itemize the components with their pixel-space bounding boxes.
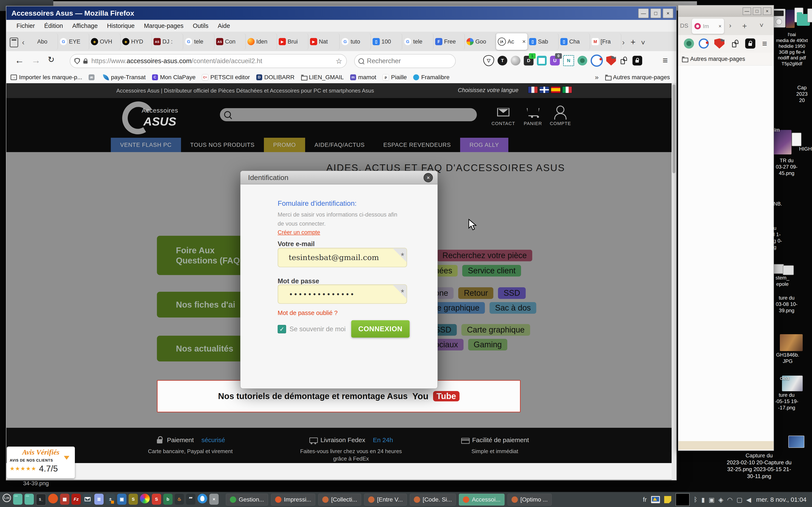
site-nav-item[interactable]: PROMO bbox=[264, 138, 305, 152]
launcher-icon[interactable] bbox=[140, 494, 150, 503]
bookmark-item[interactable]: æ bbox=[89, 74, 97, 81]
tracking-shield-icon[interactable] bbox=[74, 58, 80, 64]
browser-tab[interactable]: G EYE bbox=[58, 34, 89, 50]
lock-icon[interactable] bbox=[83, 61, 88, 64]
partial-tab-label[interactable]: DS bbox=[680, 22, 688, 29]
maximize-button[interactable]: □ bbox=[651, 8, 661, 18]
launcher-icon[interactable]: Fz bbox=[71, 494, 81, 505]
menu-item[interactable]: Outils bbox=[188, 22, 213, 30]
menu-item[interactable]: Historique bbox=[102, 22, 139, 30]
tray-icon[interactable]: ▮ bbox=[701, 496, 705, 503]
taskbar-window-button[interactable]: [Entre V... bbox=[364, 494, 407, 506]
close-button[interactable]: × bbox=[763, 7, 771, 15]
scroll-tabs-right-icon[interactable]: › bbox=[622, 38, 625, 47]
connexion-button[interactable]: CONNEXION bbox=[351, 320, 410, 338]
maximize-button[interactable]: □ bbox=[753, 7, 761, 15]
browser-tab[interactable]: ◆ HYD bbox=[120, 34, 152, 50]
tray-icon[interactable]: ᛒ bbox=[694, 496, 698, 503]
desktop-icon-photo[interactable] bbox=[780, 334, 803, 351]
list-tabs-icon[interactable]: ˅ bbox=[760, 21, 764, 30]
bookmark-item[interactable]: D DOLIBARR bbox=[256, 74, 295, 81]
green-section-button[interactable]: Nos actualités bbox=[157, 336, 248, 361]
launcher-icon[interactable] bbox=[13, 494, 22, 505]
minimize-button[interactable]: — bbox=[743, 7, 751, 15]
browser-tab[interactable]: AS DJ : bbox=[152, 34, 183, 50]
extension-icon[interactable]: T bbox=[498, 56, 507, 65]
lock-extension-icon[interactable] bbox=[745, 39, 755, 49]
app-menu-icon[interactable]: ≡ bbox=[760, 39, 770, 49]
notes-icon[interactable] bbox=[664, 496, 671, 503]
launcher-icon[interactable]: ♨ bbox=[175, 494, 184, 505]
browser-tab[interactable]: Im × bbox=[692, 18, 724, 34]
clock[interactable]: mer. 8 nov., 01:04 bbox=[756, 496, 807, 503]
tray-icon[interactable]: ◠ bbox=[727, 496, 732, 503]
tray-icon[interactable]: ◈ bbox=[718, 496, 723, 503]
extension-icon[interactable]: U 0 bbox=[550, 56, 560, 65]
launcher-icon[interactable]: ▣ bbox=[117, 494, 126, 505]
browser-tab[interactable]: Abo bbox=[27, 34, 58, 50]
desktop-file-label[interactable]: ture du 03-08 10- 39.png bbox=[771, 295, 803, 314]
site-search-input[interactable] bbox=[220, 108, 477, 121]
page-scrollbar[interactable] bbox=[672, 83, 676, 480]
menu-item[interactable]: Édition bbox=[40, 22, 68, 30]
green-circle-icon[interactable] bbox=[684, 39, 694, 49]
browser-tab[interactable]: M [Fra bbox=[590, 34, 621, 50]
bookmarks-overflow-icon[interactable]: » bbox=[595, 73, 599, 81]
bookmark-item[interactable]: LIEN_GMAIL bbox=[301, 74, 344, 81]
launcher-icon[interactable]: Lm bbox=[3, 494, 11, 502]
menu-item[interactable]: Fichier bbox=[12, 22, 40, 30]
desktop-file-label[interactable]: stem_ epole bbox=[771, 275, 794, 287]
tray-icon[interactable]: ▣ bbox=[709, 496, 714, 503]
desktop-icon-photo[interactable] bbox=[786, 10, 795, 28]
bookmark-item[interactable]: m mamot bbox=[350, 74, 376, 81]
launcher-icon[interactable]: ▦ bbox=[60, 494, 69, 505]
tag-button[interactable]: Retour bbox=[458, 287, 493, 299]
browser-tab[interactable]: ▶ Nat bbox=[308, 34, 340, 50]
other-bookmarks[interactable]: Autres marque-pages bbox=[690, 56, 745, 62]
launcher-icon[interactable]: ‴ bbox=[186, 494, 195, 505]
extension-icon[interactable] bbox=[577, 56, 587, 65]
taskbar-window-button[interactable]: Impressi... bbox=[271, 494, 315, 506]
forward-button[interactable]: → bbox=[31, 55, 41, 65]
launcher-icon[interactable]: b bbox=[163, 494, 172, 505]
browser-tab[interactable]: AS Con bbox=[214, 34, 246, 50]
flag-icon[interactable] bbox=[551, 87, 560, 93]
desktop-file-label[interactable]: Capture du 2023-02-10 20-Capture du 32-2… bbox=[706, 452, 812, 480]
browser-tab[interactable]: G tuto bbox=[340, 34, 371, 50]
other-bookmarks[interactable]: Autres marque-pages bbox=[605, 74, 670, 81]
launcher-icon[interactable] bbox=[198, 494, 207, 503]
desktop-icon-thumb[interactable] bbox=[783, 265, 794, 275]
url-text[interactable]: https://www.accessoires-asus.com/content… bbox=[91, 57, 334, 65]
forgot-password-link[interactable]: Mot de passe oublié ? bbox=[277, 309, 338, 317]
tag-button[interactable]: SSD bbox=[498, 287, 525, 299]
browser-tab[interactable]: ▶ Brui bbox=[277, 34, 308, 50]
bookmark-item[interactable]: C Mon ClaPaye bbox=[152, 74, 196, 81]
tag-button[interactable]: Gaming bbox=[468, 339, 507, 350]
menu-item[interactable]: Marque-pages bbox=[139, 22, 188, 30]
desktop-file-label[interactable]: 34-39.png bbox=[13, 480, 59, 487]
display-icon[interactable] bbox=[651, 496, 660, 503]
modal-titlebar[interactable]: Identification bbox=[241, 171, 438, 184]
desktop-icon-thumb[interactable] bbox=[773, 264, 784, 274]
tray-icon[interactable]: ▢ bbox=[737, 496, 743, 503]
tag-button[interactable]: Recherchez votre pièce bbox=[437, 250, 532, 261]
tag-button[interactable]: Sac à dos bbox=[490, 302, 536, 314]
launcher-icon[interactable]: S bbox=[152, 494, 161, 505]
flag-icon[interactable] bbox=[562, 87, 572, 93]
bookmark-star-icon[interactable]: ☆ bbox=[336, 57, 342, 65]
bookmark-item[interactable]: C= PETSCII editor bbox=[202, 74, 250, 81]
launcher-icon[interactable]: ± bbox=[106, 494, 115, 505]
thumb-icon[interactable] bbox=[730, 39, 741, 49]
desktop-file-label[interactable]: clea bbox=[776, 375, 793, 381]
reload-button[interactable]: ↻ bbox=[48, 55, 55, 64]
browser-tab[interactable]: G tele bbox=[402, 34, 434, 50]
desktop-file-label[interactable]: film bbox=[772, 127, 791, 133]
launcher-icon[interactable]: $_ bbox=[36, 494, 46, 506]
scroll-tabs-right-icon[interactable]: › bbox=[729, 21, 731, 30]
menu-item[interactable]: Aide bbox=[213, 22, 235, 30]
minimize-button[interactable]: — bbox=[638, 8, 649, 18]
search-bar[interactable]: Rechercher bbox=[354, 54, 456, 68]
extension-icon[interactable] bbox=[537, 56, 547, 65]
list-tabs-icon[interactable]: ˅ bbox=[641, 39, 645, 47]
desktop-icon-document[interactable] bbox=[792, 133, 801, 146]
